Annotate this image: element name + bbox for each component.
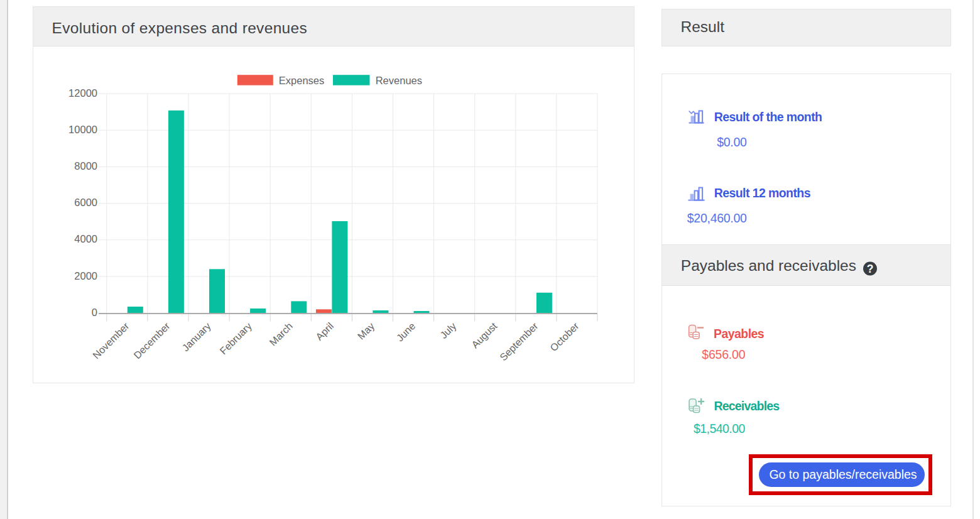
svg-text:0: 0 xyxy=(92,307,97,318)
svg-text:December: December xyxy=(132,320,173,361)
svg-text:July: July xyxy=(438,320,458,341)
svg-text:Expenses: Expenses xyxy=(279,75,324,86)
svg-text:6000: 6000 xyxy=(74,197,97,208)
svg-text:Evolution of expenses and reve: Evolution of expenses and revenues xyxy=(52,19,308,36)
svg-text:April: April xyxy=(313,320,335,342)
svg-text:March: March xyxy=(268,320,295,347)
svg-text:Revenues: Revenues xyxy=(376,75,422,86)
svg-text:Go to payables/receivables: Go to payables/receivables xyxy=(769,467,917,481)
svg-text:2000: 2000 xyxy=(74,270,97,281)
svg-text:10000: 10000 xyxy=(68,124,97,135)
svg-text:September: September xyxy=(498,320,540,363)
svg-text:August: August xyxy=(469,320,499,351)
svg-text:October: October xyxy=(548,320,581,354)
svg-text:?: ? xyxy=(867,263,874,275)
svg-text:Result 12 months: Result 12 months xyxy=(714,186,811,200)
svg-text:June: June xyxy=(395,320,418,344)
svg-text:Receivables: Receivables xyxy=(714,399,780,413)
svg-text:12000: 12000 xyxy=(68,87,97,99)
svg-text:Result of the month: Result of the month xyxy=(714,110,822,124)
svg-text:February: February xyxy=(218,320,254,356)
svg-text:$0.00: $0.00 xyxy=(717,135,747,149)
svg-text:May: May xyxy=(356,320,376,341)
svg-text:November: November xyxy=(90,320,131,361)
svg-text:8000: 8000 xyxy=(74,160,97,172)
svg-text:Payables and receivables: Payables and receivables xyxy=(681,257,856,274)
svg-text:Result: Result xyxy=(681,18,725,35)
svg-text:January: January xyxy=(180,320,213,353)
svg-text:$1,540.00: $1,540.00 xyxy=(694,422,745,435)
svg-text:$656.00: $656.00 xyxy=(702,347,745,361)
svg-text:4000: 4000 xyxy=(74,233,97,244)
svg-text:$20,460.00: $20,460.00 xyxy=(687,211,747,225)
svg-text:Payables: Payables xyxy=(714,327,765,341)
